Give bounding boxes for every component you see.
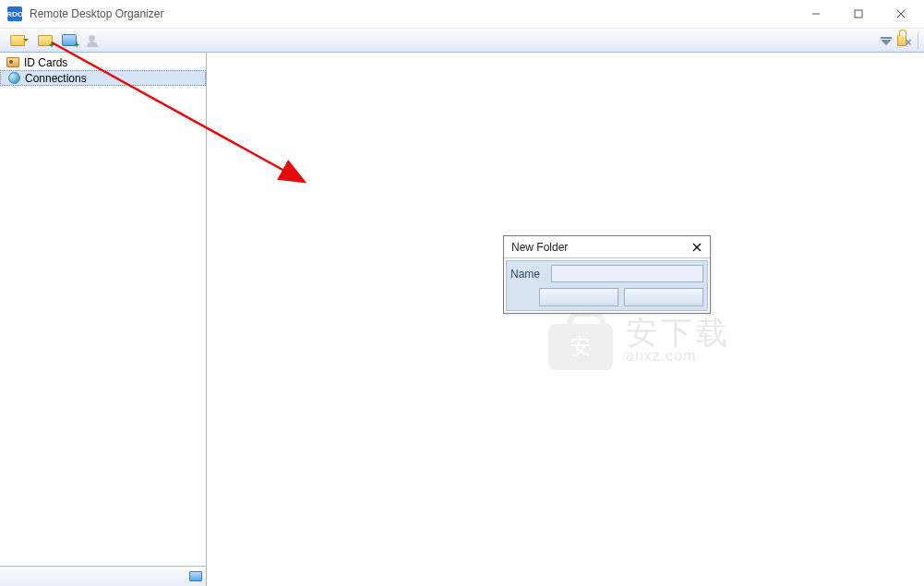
tree-item-label: ID Cards xyxy=(24,56,67,69)
window-titlebar: RDO Remote Desktop Organizer xyxy=(0,0,924,29)
user-plus-icon xyxy=(87,34,100,47)
close-pane-button[interactable]: × xyxy=(898,32,918,53)
globe-icon xyxy=(8,72,20,84)
tree-item-label: Connections xyxy=(25,72,87,85)
dialog-cancel-button[interactable] xyxy=(624,288,703,306)
close-icon: × xyxy=(905,36,911,49)
window-title: Remote Desktop Organizer xyxy=(30,7,163,20)
watermark-text-cn: 安下载 xyxy=(626,317,731,348)
main-toolbar: × xyxy=(0,29,924,53)
dialog-title: New Folder xyxy=(511,241,688,254)
folder-open-icon xyxy=(10,35,25,46)
monitor-icon xyxy=(189,571,202,581)
dialog-body: Name xyxy=(506,260,708,311)
filter-button[interactable] xyxy=(876,32,896,53)
folder-name-input[interactable] xyxy=(551,265,703,282)
window-close-button[interactable] xyxy=(880,0,922,28)
watermark-text-en: anxz.com xyxy=(626,348,731,365)
connection-tree[interactable]: ID Cards Connections xyxy=(0,53,206,566)
window-minimize-button[interactable] xyxy=(795,0,837,28)
watermark: 安下载 anxz.com xyxy=(548,311,731,370)
idcards-icon xyxy=(6,57,19,67)
sidebar-statusbar xyxy=(0,566,206,586)
app-icon: RDO xyxy=(7,6,22,21)
name-label: Name xyxy=(510,268,546,281)
svg-rect-1 xyxy=(855,10,862,18)
tree-item-idcards[interactable]: ID Cards xyxy=(0,54,206,70)
watermark-logo-icon xyxy=(548,311,613,370)
monitor-plus-icon xyxy=(62,34,77,46)
new-idcard-button[interactable] xyxy=(83,30,103,51)
dialog-ok-button[interactable] xyxy=(539,288,618,306)
sidebar: ID Cards Connections xyxy=(0,53,207,586)
open-button[interactable] xyxy=(4,30,31,51)
tree-item-connections[interactable]: Connections xyxy=(0,70,206,86)
filter-icon xyxy=(881,40,892,45)
dialog-close-button[interactable] xyxy=(688,239,706,256)
main-content-area: 安下载 anxz.com New Folder Name xyxy=(207,53,924,586)
dialog-titlebar[interactable]: New Folder xyxy=(504,236,710,258)
new-folder-dialog: New Folder Name xyxy=(503,235,711,314)
new-connection-button[interactable] xyxy=(59,30,79,51)
window-maximize-button[interactable] xyxy=(837,0,880,28)
new-folder-button[interactable] xyxy=(35,30,55,51)
folder-plus-icon xyxy=(38,35,53,46)
